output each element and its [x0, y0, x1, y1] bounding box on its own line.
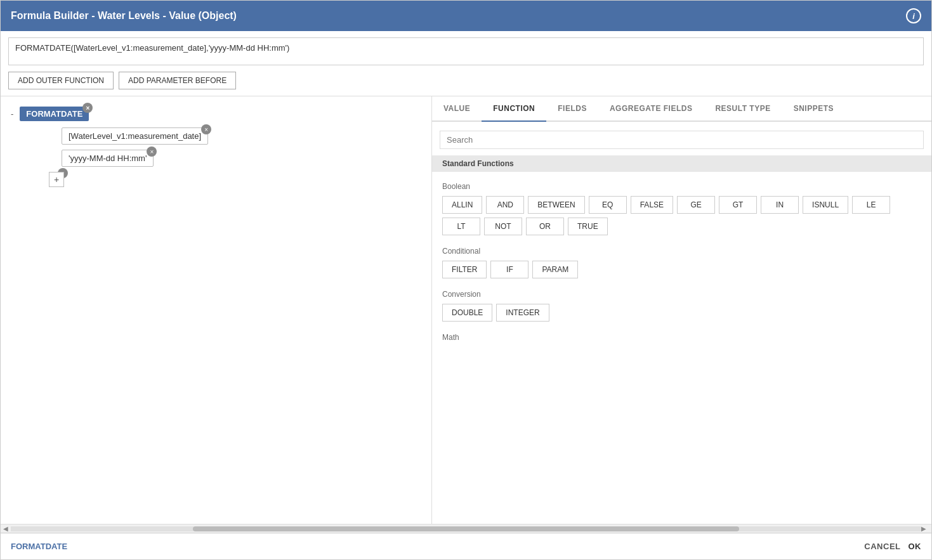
conversion-buttons: DOUBLE INTEGER [432, 301, 931, 328]
func-lt[interactable]: LT [442, 218, 480, 235]
param2-node[interactable]: 'yyyy-MM-dd HH:mm' × [62, 150, 154, 167]
param1-close-icon[interactable]: × [201, 124, 211, 134]
scroll-left-arrow[interactable]: ◀ [3, 525, 11, 532]
boolean-buttons: ALLIN AND BETWEEN EQ FALSE GE GT IN ISNU… [432, 193, 931, 242]
toolbar: ADD OUTER FUNCTION ADD PARAMETER BEFORE [1, 72, 931, 96]
param1-label: [WaterLevel_v1:measurement_date] [69, 131, 201, 141]
tree-dash: - [11, 109, 13, 119]
func-false[interactable]: FALSE [631, 196, 673, 214]
tab-result-type[interactable]: RESULT TYPE [704, 96, 782, 122]
func-and[interactable]: AND [486, 196, 524, 214]
tab-value[interactable]: VALUE [432, 96, 482, 122]
main-area: - FORMATDATE × [WaterLevel_v1:measuremen… [1, 96, 931, 524]
func-true[interactable]: TRUE [568, 218, 608, 235]
param2-close-icon[interactable]: × [147, 147, 157, 157]
func-integer[interactable]: INTEGER [496, 304, 549, 322]
h-scroll-track[interactable] [11, 526, 921, 531]
math-buttons [432, 344, 931, 353]
formula-tree: - FORMATDATE × [WaterLevel_v1:measuremen… [11, 107, 421, 212]
formatdate-label: FORMATDATE [26, 109, 82, 119]
func-not[interactable]: NOT [484, 218, 522, 235]
conversion-category-label: Conversion [432, 285, 931, 301]
func-isnull[interactable]: ISNULL [803, 196, 848, 214]
formatdate-node[interactable]: FORMATDATE × [20, 107, 89, 121]
title-bar: Formula Builder - Water Levels - Value (… [1, 1, 931, 31]
ok-button[interactable]: OK [909, 542, 922, 551]
add-param-button[interactable]: + [49, 172, 64, 187]
param1-node[interactable]: [WaterLevel_v1:measurement_date] × [62, 127, 208, 145]
horizontal-scrollbar[interactable]: ◀ ▶ [1, 524, 931, 533]
func-double[interactable]: DOUBLE [442, 304, 492, 322]
tab-function[interactable]: FUNCTION [482, 96, 546, 122]
formatdate-close-icon[interactable]: × [82, 103, 93, 113]
func-param[interactable]: PARAM [532, 261, 578, 278]
bottom-actions: CANCEL OK [864, 542, 921, 551]
func-allin[interactable]: ALLIN [442, 196, 482, 214]
tab-snippets[interactable]: SNIPPETS [782, 96, 845, 122]
func-ge[interactable]: GE [677, 196, 715, 214]
func-eq[interactable]: EQ [589, 196, 627, 214]
func-le[interactable]: LE [852, 196, 890, 214]
function-tab-content: Standard Functions Boolean ALLIN AND BET… [432, 122, 931, 524]
info-icon[interactable]: i [906, 8, 921, 23]
search-input[interactable] [440, 131, 924, 149]
h-scroll-thumb[interactable] [193, 526, 739, 531]
math-category-label: Math [432, 328, 931, 344]
conditional-buttons: FILTER IF PARAM [432, 258, 931, 285]
add-parameter-before-button[interactable]: ADD PARAMETER BEFORE [119, 72, 236, 89]
formula-bar[interactable]: FORMATDATE([WaterLevel_v1:measurement_da… [8, 37, 924, 65]
func-in[interactable]: IN [761, 196, 799, 214]
cancel-button[interactable]: CANCEL [864, 542, 900, 551]
add-outer-function-button[interactable]: ADD OUTER FUNCTION [8, 72, 114, 89]
param2-row: 'yyyy-MM-dd HH:mm' × [23, 150, 421, 167]
window-title: Formula Builder - Water Levels - Value (… [11, 10, 237, 22]
tabs-bar: VALUE FUNCTION FIELDS AGGREGATE FIELDS R… [432, 96, 931, 122]
func-gt[interactable]: GT [719, 196, 757, 214]
tab-fields[interactable]: FIELDS [546, 96, 598, 122]
standard-functions-header: Standard Functions [432, 155, 931, 172]
tab-aggregate-fields[interactable]: AGGREGATE FIELDS [598, 96, 704, 122]
param2-label: 'yyyy-MM-dd HH:mm' [69, 153, 147, 163]
formula-text: FORMATDATE([WaterLevel_v1:measurement_da… [15, 43, 289, 53]
left-panel: - FORMATDATE × [WaterLevel_v1:measuremen… [1, 96, 432, 524]
bottom-formula-label: FORMATDATE [11, 542, 67, 551]
func-between[interactable]: BETWEEN [528, 196, 584, 214]
boolean-category-label: Boolean [432, 177, 931, 193]
func-if[interactable]: IF [490, 261, 528, 278]
scroll-right-arrow[interactable]: ▶ [921, 525, 929, 532]
bottom-bar: FORMATDATE CANCEL OK [1, 533, 931, 559]
conditional-category-label: Conditional [432, 242, 931, 258]
func-filter[interactable]: FILTER [442, 261, 487, 278]
param1-row: [WaterLevel_v1:measurement_date] × [23, 127, 421, 145]
right-panel: VALUE FUNCTION FIELDS AGGREGATE FIELDS R… [432, 96, 931, 524]
func-or[interactable]: OR [526, 218, 564, 235]
app-window: Formula Builder - Water Levels - Value (… [0, 0, 932, 560]
